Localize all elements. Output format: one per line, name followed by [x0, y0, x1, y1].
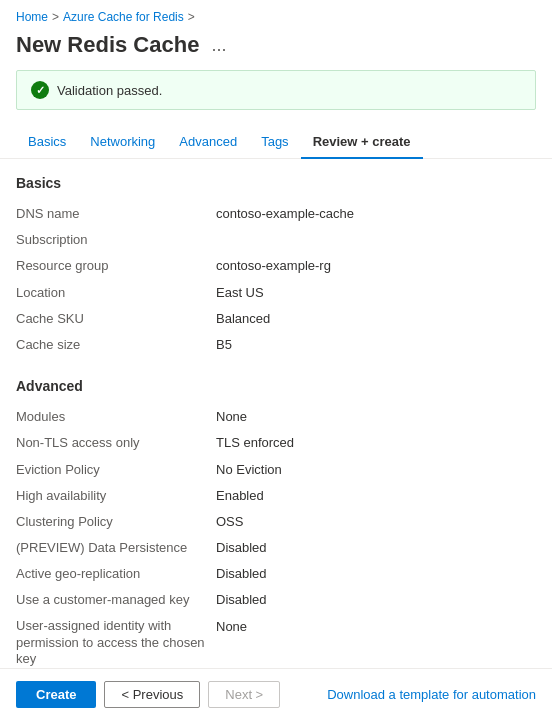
footer: Create < Previous Next > Download a temp… [0, 668, 552, 720]
tab-review-create[interactable]: Review + create [301, 126, 423, 159]
field-data-persistence: (PREVIEW) Data Persistence Disabled [16, 535, 536, 561]
field-modules: Modules None [16, 404, 536, 430]
advanced-section-title: Advanced [16, 378, 536, 394]
tab-networking[interactable]: Networking [78, 126, 167, 159]
field-label-modules: Modules [16, 408, 216, 426]
tab-basics[interactable]: Basics [16, 126, 78, 159]
field-eviction-policy: Eviction Policy No Eviction [16, 457, 536, 483]
field-clustering-policy: Clustering Policy OSS [16, 509, 536, 535]
field-value-dns: contoso-example-cache [216, 205, 354, 223]
page-title: New Redis Cache [16, 32, 199, 58]
breadcrumb-home[interactable]: Home [16, 10, 48, 24]
breadcrumb: Home > Azure Cache for Redis > [0, 0, 552, 28]
field-customer-key: Use a customer-managed key Disabled [16, 587, 536, 613]
field-label-dns: DNS name [16, 205, 216, 223]
previous-button[interactable]: < Previous [104, 681, 200, 708]
field-geo-replication: Active geo-replication Disabled [16, 561, 536, 587]
field-cache-size: Cache size B5 [16, 332, 536, 358]
template-download-link[interactable]: Download a template for automation [327, 687, 536, 702]
create-button[interactable]: Create [16, 681, 96, 708]
content-area: Basics DNS name contoso-example-cache Su… [0, 159, 552, 720]
field-value-geo-replication: Disabled [216, 565, 267, 583]
field-label-data-persistence: (PREVIEW) Data Persistence [16, 539, 216, 557]
basics-section-title: Basics [16, 175, 536, 191]
tab-advanced[interactable]: Advanced [167, 126, 249, 159]
field-non-tls: Non-TLS access only TLS enforced [16, 430, 536, 456]
field-label-location: Location [16, 284, 216, 302]
breadcrumb-sep2: > [188, 10, 195, 24]
field-subscription: Subscription [16, 227, 536, 253]
field-label-resource-group: Resource group [16, 257, 216, 275]
validation-message: Validation passed. [57, 83, 162, 98]
field-user-assigned-identity: User-assigned identity with permission t… [16, 614, 536, 673]
field-value-eviction: No Eviction [216, 461, 282, 479]
field-label-geo-replication: Active geo-replication [16, 565, 216, 583]
next-button: Next > [208, 681, 280, 708]
field-label-user-identity: User-assigned identity with permission t… [16, 618, 216, 669]
field-value-high-avail: Enabled [216, 487, 264, 505]
field-value-clustering: OSS [216, 513, 243, 531]
field-value-cache-sku: Balanced [216, 310, 270, 328]
tab-tags[interactable]: Tags [249, 126, 300, 159]
basics-section: Basics DNS name contoso-example-cache Su… [16, 175, 536, 358]
field-location: Location East US [16, 280, 536, 306]
field-value-cache-size: B5 [216, 336, 232, 354]
field-label-subscription: Subscription [16, 231, 216, 249]
field-value-non-tls: TLS enforced [216, 434, 294, 452]
field-label-high-avail: High availability [16, 487, 216, 505]
field-dns-name: DNS name contoso-example-cache [16, 201, 536, 227]
field-value-user-identity: None [216, 618, 247, 636]
field-resource-group: Resource group contoso-example-rg [16, 253, 536, 279]
field-cache-sku: Cache SKU Balanced [16, 306, 536, 332]
field-label-cache-size: Cache size [16, 336, 216, 354]
field-label-eviction: Eviction Policy [16, 461, 216, 479]
field-label-cache-sku: Cache SKU [16, 310, 216, 328]
field-high-availability: High availability Enabled [16, 483, 536, 509]
page-header: New Redis Cache ... [0, 28, 552, 70]
breadcrumb-sep1: > [52, 10, 59, 24]
field-value-customer-key: Disabled [216, 591, 267, 609]
validation-banner: Validation passed. [16, 70, 536, 110]
breadcrumb-azure[interactable]: Azure Cache for Redis [63, 10, 184, 24]
field-value-resource-group: contoso-example-rg [216, 257, 331, 275]
tabs-container: Basics Networking Advanced Tags Review +… [0, 126, 552, 159]
field-label-clustering: Clustering Policy [16, 513, 216, 531]
field-value-location: East US [216, 284, 264, 302]
field-label-customer-key: Use a customer-managed key [16, 591, 216, 609]
field-value-data-persistence: Disabled [216, 539, 267, 557]
ellipsis-button[interactable]: ... [207, 33, 230, 58]
field-label-non-tls: Non-TLS access only [16, 434, 216, 452]
validation-check-icon [31, 81, 49, 99]
field-value-modules: None [216, 408, 247, 426]
